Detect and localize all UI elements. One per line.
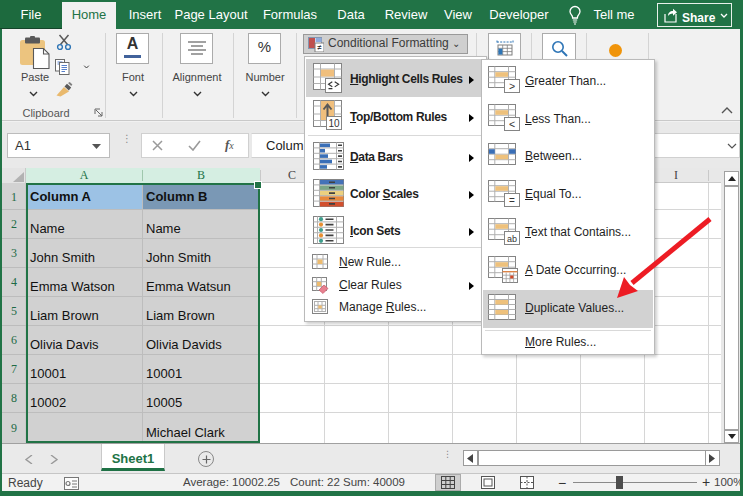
svg-text:<: < [509, 118, 515, 130]
svg-text:ab: ab [507, 234, 517, 244]
svg-text:10: 10 [328, 118, 340, 129]
svg-text:≠: ≠ [317, 43, 322, 52]
svg-text:=: = [509, 195, 515, 206]
svg-text:>: > [509, 80, 515, 92]
